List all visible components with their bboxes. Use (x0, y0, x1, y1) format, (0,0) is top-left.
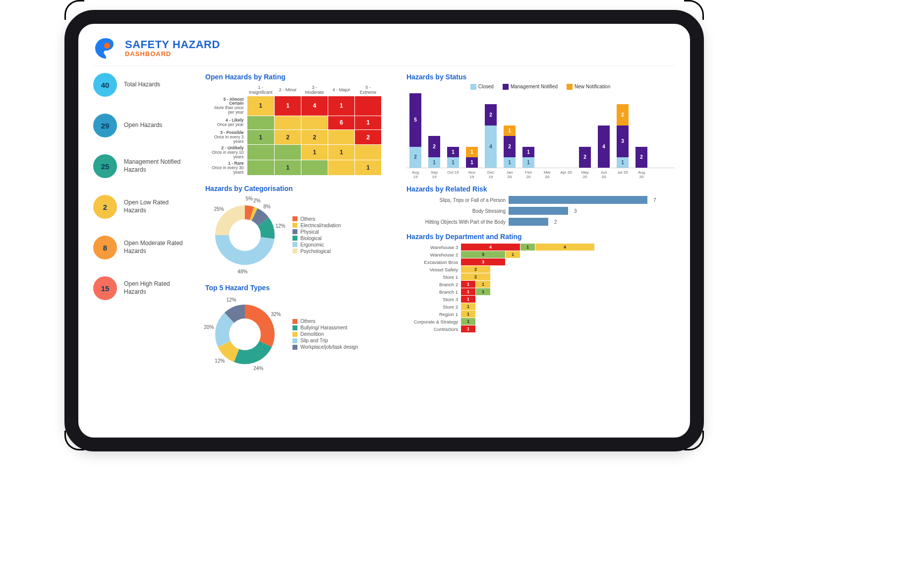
kpi-card[interactable]: 8Open Moderate Rated Hazards (93, 236, 192, 259)
donut-a-title: Hazards by Categorisation (205, 185, 394, 192)
dept-row[interactable]: Warehouse 3414 (406, 244, 674, 251)
dept-row[interactable]: Store 21 (406, 303, 674, 310)
matrix-cell[interactable]: 1 (247, 96, 275, 116)
right-column: Hazards by Status ClosedManagement Notif… (406, 73, 674, 383)
legend-item: Psychological (292, 249, 341, 254)
hrisk-row[interactable]: Hitting Objects With Part of the Body2 (406, 218, 674, 226)
dept-row[interactable]: Excavation Bros3 (406, 258, 674, 265)
svg-point-0 (104, 43, 110, 49)
kpi-card[interactable]: 40Total Hazards (93, 73, 192, 97)
dept-row[interactable]: Contractors1 (406, 325, 674, 332)
status-bar[interactable]: 25 (409, 93, 421, 168)
title-block: SAFETY HAZARD DASHBOARD (125, 39, 220, 58)
dept-seg: 2 (461, 266, 491, 273)
bar-segment: 2 (504, 136, 516, 157)
dept-row[interactable]: Branch 111 (406, 288, 674, 295)
matrix-cell[interactable]: 2 (355, 129, 382, 145)
status-bar[interactable]: 121 (504, 126, 516, 168)
dept-row[interactable]: Region 11 (406, 311, 674, 317)
status-bar[interactable]: 11 (447, 147, 459, 168)
donut-b-section: Top 5 Hazard Types 32%24%12%20%12% Other… (205, 284, 394, 374)
dept-label: Region 1 (406, 312, 461, 317)
status-bar[interactable]: 11 (522, 147, 534, 168)
status-bar[interactable]: 2 (635, 147, 647, 168)
matrix-cell[interactable] (275, 116, 301, 129)
matrix-cell[interactable]: 6 (328, 116, 355, 129)
matrix-cell[interactable]: 1 (328, 96, 355, 116)
kpi-card[interactable]: 29Open Hazards (93, 114, 192, 137)
donut-pct-label: 12% (276, 223, 286, 229)
dept-seg: 4 (461, 244, 520, 251)
matrix-cell[interactable] (355, 96, 382, 116)
hrisk-row[interactable]: Slips, Trips or Fall of a Person7 (406, 196, 674, 204)
dept-seg: 1 (461, 318, 476, 325)
x-tick: May 20 (579, 170, 591, 179)
hrisk-bar (509, 207, 568, 215)
dept-label: Warehouse 2 (406, 252, 461, 257)
legend-item: Physical (292, 229, 341, 235)
dept-label: Vessel Safety (406, 267, 461, 272)
matrix-cell[interactable] (355, 145, 382, 160)
matrix-cell[interactable]: 2 (275, 129, 301, 145)
matrix-cell[interactable]: 1 (328, 145, 355, 160)
status-bar[interactable]: 11 (466, 147, 478, 168)
matrix-cell[interactable]: 1 (247, 129, 275, 145)
dept-row[interactable]: Vessel Safety2 (406, 266, 674, 273)
matrix-cell[interactable]: 1 (275, 160, 301, 176)
hrisk-row[interactable]: Body Stressing3 (406, 207, 674, 215)
matrix-cell[interactable]: 1 (275, 96, 301, 116)
matrix-cell[interactable] (247, 116, 275, 129)
status-xaxis: Aug 19Sep 19Oct 19Nov 19Dec 19Jan 20Feb … (406, 168, 674, 179)
donut-b-chart[interactable]: 32%24%12%20%12% (205, 295, 285, 374)
bar-segment: 3 (617, 126, 629, 157)
kpi-card[interactable]: 15Open High Rated Hazards (93, 276, 192, 300)
risk-matrix[interactable]: 1 - Insignificant2 - Minor3 - Moderate4 … (205, 84, 394, 176)
dept-chart[interactable]: Warehouse 3414Warehouse 231Excavation Br… (406, 244, 674, 332)
matrix-cell[interactable]: 4 (301, 96, 328, 116)
status-legend: ClosedManagement NotifiedNew Notificatio… (406, 84, 674, 90)
matrix-cell[interactable] (328, 160, 355, 176)
svg-point-1 (229, 219, 261, 251)
kpi-value: 40 (93, 73, 117, 97)
matrix-cell[interactable] (247, 160, 275, 176)
dept-row[interactable]: Branch 211 (406, 281, 674, 288)
bar-segment: 1 (428, 157, 440, 168)
dept-seg: 3 (461, 251, 506, 258)
dept-seg: 4 (535, 244, 595, 251)
x-tick: Jan 20 (504, 170, 516, 179)
status-bar[interactable]: 2 (579, 147, 591, 168)
dept-label: Excavation Bros (406, 259, 461, 265)
legend-item: Slip and Trip (292, 338, 358, 343)
dept-row[interactable]: Store 12 (406, 273, 674, 280)
x-tick: Feb 20 (522, 170, 534, 179)
matrix-cell[interactable] (328, 129, 355, 145)
matrix-cell[interactable]: 1 (355, 160, 382, 176)
donut-a-chart[interactable]: 5%2%8%12%48%25% (205, 195, 285, 275)
matrix-cell[interactable] (301, 160, 328, 176)
matrix-cell[interactable] (301, 116, 328, 129)
status-bar[interactable]: 4 (598, 126, 610, 168)
donut-pct-label: 24% (253, 366, 263, 371)
hrisk-bar (509, 218, 548, 226)
dept-row[interactable]: Warehouse 231 (406, 251, 674, 258)
status-bars[interactable]: 251211114212111241322 (406, 94, 674, 168)
status-bar[interactable]: 12 (428, 136, 440, 168)
legend-item: Others (292, 216, 341, 222)
header: SAFETY HAZARD DASHBOARD (93, 36, 675, 66)
related-risk-chart[interactable]: Slips, Trips or Fall of a Person7Body St… (406, 196, 674, 226)
kpi-card[interactable]: 25Management Notified Hazards (93, 154, 192, 178)
hrisk-label: Slips, Trips or Fall of a Person (406, 197, 506, 203)
status-bar[interactable]: 42 (485, 104, 497, 168)
dept-row[interactable]: Store 31 (406, 296, 674, 303)
dept-row[interactable]: Corporate & Strategy1 (406, 318, 674, 325)
kpi-value: 29 (93, 114, 117, 137)
status-section: Hazards by Status ClosedManagement Notif… (406, 73, 674, 178)
matrix-cell[interactable]: 1 (355, 116, 382, 129)
kpi-card[interactable]: 2Open Low Rated Hazards (93, 195, 192, 219)
matrix-cell[interactable] (247, 145, 275, 160)
matrix-cell[interactable]: 2 (301, 129, 328, 145)
matrix-cell[interactable] (275, 145, 301, 160)
status-bar[interactable]: 132 (617, 104, 629, 168)
kpi-label: Open High Rated Hazards (124, 280, 183, 296)
matrix-cell[interactable]: 1 (301, 145, 328, 160)
